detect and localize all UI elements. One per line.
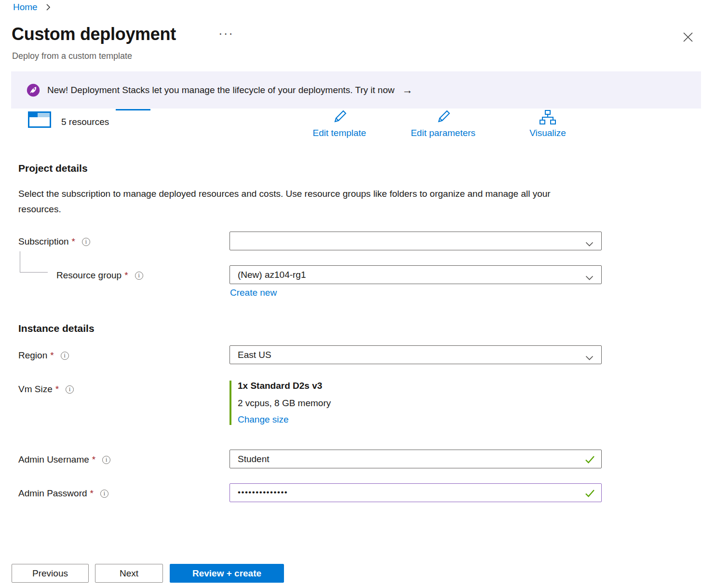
next-button[interactable]: Next [95, 564, 163, 583]
info-icon[interactable] [135, 272, 143, 280]
admin-username-input[interactable]: Student [230, 450, 602, 468]
instance-details-heading: Instance details [18, 323, 94, 334]
edit-pencil-icon [332, 110, 347, 126]
admin-password-label-text: Admin Password [18, 488, 87, 499]
vm-size-title: 1x Standard D2s v3 [238, 381, 331, 391]
page-title: Custom deployment [12, 24, 176, 44]
edit-pencil-icon [436, 110, 450, 126]
info-icon[interactable] [66, 385, 74, 394]
valid-check-icon [585, 455, 595, 466]
edit-parameters-label: Edit parameters [411, 128, 475, 138]
breadcrumb-home-link[interactable]: Home [13, 2, 38, 13]
chevron-down-icon [585, 353, 594, 363]
resource-group-label-text: Resource group [56, 270, 122, 281]
admin-password-input[interactable]: •••••••••••••• [230, 483, 602, 502]
edit-parameters-button[interactable]: Edit parameters [403, 110, 483, 138]
visualize-label: Visualize [529, 128, 566, 138]
subscription-select[interactable] [230, 232, 602, 250]
required-asterisk: * [90, 488, 94, 499]
admin-username-label-text: Admin Username [18, 454, 89, 465]
subscription-label: Subscription * [18, 236, 90, 247]
info-icon[interactable] [61, 352, 69, 360]
vm-size-selection: 1x Standard D2s v3 2 vcpus, 8 GB memory … [230, 381, 331, 425]
review-create-button[interactable]: Review + create [170, 564, 284, 583]
vm-size-label: Vm Size * [18, 384, 74, 395]
admin-password-label: Admin Password * [18, 488, 108, 499]
subscription-label-text: Subscription [18, 236, 69, 247]
vm-size-label-text: Vm Size [18, 384, 53, 395]
required-asterisk: * [72, 236, 75, 247]
chevron-down-icon [585, 273, 594, 283]
valid-check-icon [585, 489, 595, 500]
chevron-right-icon [45, 3, 51, 11]
admin-username-value: Student [238, 454, 270, 465]
required-asterisk: * [92, 454, 95, 465]
arrow-right-icon: → [402, 84, 413, 96]
custom-deployment-page: Home Custom deployment Deploy from a cus… [0, 0, 702, 588]
info-icon[interactable] [82, 238, 90, 246]
deployment-stacks-banner[interactable]: New! Deployment Stacks let you manage th… [11, 71, 701, 109]
field-connector-line [20, 251, 48, 273]
close-icon[interactable] [681, 30, 695, 44]
info-icon[interactable] [100, 490, 108, 498]
region-select[interactable]: East US [230, 345, 602, 364]
resource-group-select[interactable]: (New) az104-rg1 [230, 265, 602, 284]
change-size-link[interactable]: Change size [238, 414, 289, 425]
info-icon[interactable] [102, 456, 110, 464]
page-subtitle: Deploy from a custom template [12, 51, 132, 61]
required-asterisk: * [55, 384, 59, 395]
create-new-link[interactable]: Create new [230, 287, 277, 298]
template-resources-icon [28, 111, 51, 130]
region-label-text: Region [18, 350, 47, 361]
visualize-button[interactable]: Visualize [526, 110, 570, 138]
chevron-down-icon [585, 239, 594, 249]
region-value: East US [238, 350, 271, 360]
previous-button[interactable]: Previous [12, 564, 89, 583]
banner-text: New! Deployment Stacks let you manage th… [47, 85, 394, 96]
resource-group-label: Resource group * [56, 270, 143, 281]
resources-count-label: 5 resources [61, 117, 109, 127]
required-asterisk: * [124, 270, 128, 281]
admin-password-value: •••••••••••••• [238, 488, 288, 497]
more-options-icon[interactable] [218, 27, 234, 40]
region-label: Region * [18, 350, 69, 361]
breadcrumb: Home [13, 2, 51, 13]
project-details-heading: Project details [18, 163, 88, 174]
project-details-description: Select the subscription to manage deploy… [18, 186, 575, 217]
required-asterisk: * [50, 350, 54, 361]
rocket-icon [27, 83, 40, 97]
edit-template-button[interactable]: Edit template [304, 110, 375, 138]
resource-group-value: (New) az104-rg1 [238, 270, 306, 280]
visualize-icon [539, 110, 556, 126]
truncated-link-fragment [116, 109, 150, 110]
edit-template-label: Edit template [313, 128, 366, 138]
admin-username-label: Admin Username * [18, 454, 110, 465]
vm-size-detail: 2 vcpus, 8 GB memory [238, 398, 331, 409]
